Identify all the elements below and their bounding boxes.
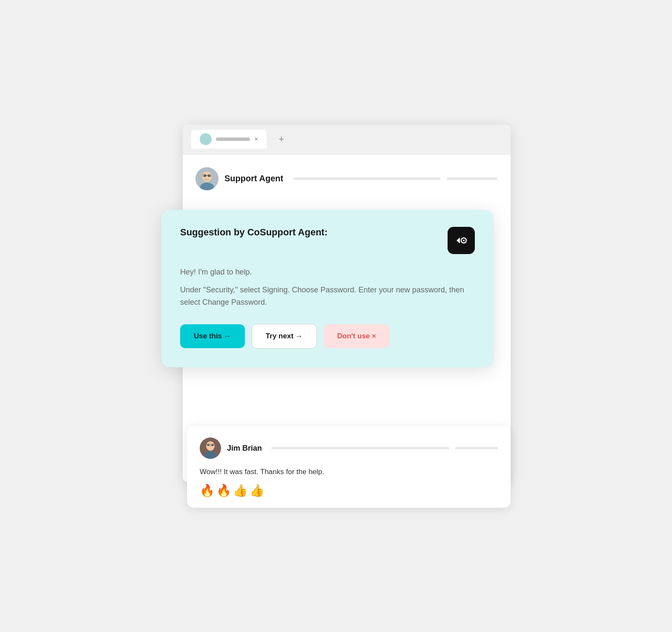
suggestion-title: Suggestion by CoSupport Agent: bbox=[180, 227, 327, 238]
suggestion-body: Hey! I'm glad to help. Under "Security,"… bbox=[180, 266, 475, 309]
browser-titlebar: × + bbox=[183, 125, 511, 154]
agent-name: Support Agent bbox=[224, 174, 283, 183]
svg-point-11 bbox=[463, 240, 465, 241]
tab-close-button[interactable]: × bbox=[254, 135, 258, 143]
scene: × + bbox=[161, 125, 511, 508]
chat-bottom-header: Jim Brian bbox=[200, 438, 498, 459]
agent-header-line bbox=[293, 177, 441, 180]
try-next-button[interactable]: Try next → bbox=[252, 324, 317, 349]
use-this-button[interactable]: Use this → bbox=[180, 324, 245, 348]
chat-message: Wow!!! It was fast. Thanks for the help. bbox=[200, 466, 498, 478]
suggestion-header-row: Suggestion by CoSupport Agent: bbox=[180, 227, 475, 254]
user-name-line bbox=[271, 447, 449, 449]
suggestion-line2: Under "Security," select Signing. Choose… bbox=[180, 284, 475, 309]
new-tab-button[interactable]: + bbox=[279, 134, 284, 145]
dont-use-button[interactable]: Don't use × bbox=[324, 324, 390, 348]
tab-avatar-icon bbox=[200, 133, 212, 145]
agent-header-line-short bbox=[447, 177, 498, 180]
active-tab[interactable]: × bbox=[191, 130, 267, 149]
action-buttons: Use this → Try next → Don't use × bbox=[180, 324, 475, 349]
agent-avatar bbox=[195, 167, 218, 190]
user-avatar bbox=[200, 438, 221, 459]
cosupport-logo-badge bbox=[448, 227, 475, 254]
browser-content: Support Agent bbox=[183, 154, 511, 207]
emoji-row: 🔥🔥👍👍 bbox=[200, 483, 498, 498]
chat-bottom-card: Jim Brian Wow!!! It was fast. Thanks for… bbox=[187, 426, 511, 508]
suggestion-card: Suggestion by CoSupport Agent: Hey! I'm … bbox=[161, 210, 494, 367]
svg-point-13 bbox=[206, 441, 215, 451]
user-name: Jim Brian bbox=[227, 444, 262, 453]
user-name-line-short bbox=[455, 447, 498, 449]
suggestion-line1: Hey! I'm glad to help. bbox=[180, 266, 475, 278]
tab-title-line bbox=[216, 137, 250, 141]
chat-header: Support Agent bbox=[195, 167, 498, 199]
